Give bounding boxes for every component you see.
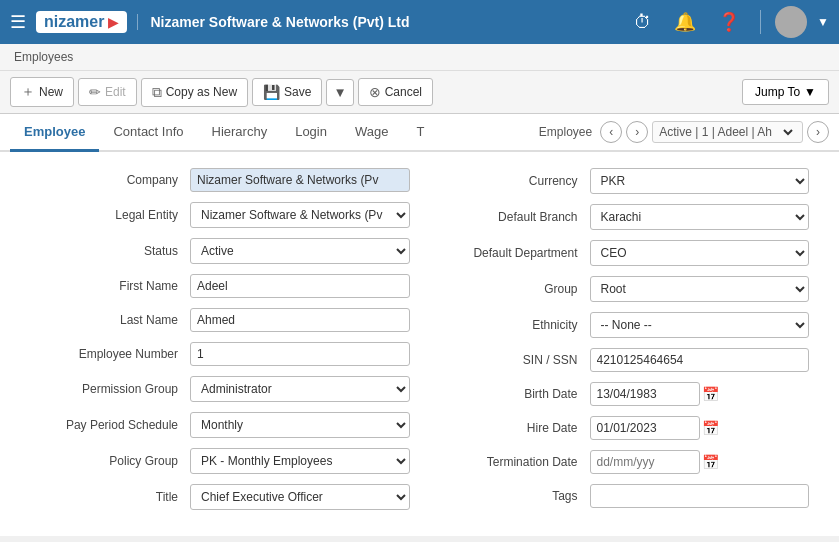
- first-name-input[interactable]: [190, 274, 410, 298]
- company-input[interactable]: [190, 168, 410, 192]
- group-row: Group Root Branch: [430, 276, 810, 302]
- hamburger-icon[interactable]: ☰: [10, 11, 26, 33]
- first-name-row: First Name: [30, 274, 410, 298]
- employee-number-row: Employee Number: [30, 342, 410, 366]
- cancel-icon: ⊗: [369, 84, 381, 100]
- prev-employee-button[interactable]: ‹: [600, 121, 622, 143]
- tags-row: Tags: [430, 484, 810, 508]
- default-dept-select[interactable]: CEO Finance IT: [590, 240, 810, 266]
- employee-number-input[interactable]: [190, 342, 410, 366]
- first-name-label: First Name: [30, 279, 190, 293]
- default-branch-row: Default Branch Karachi Lahore Islamabad: [430, 204, 810, 230]
- group-select[interactable]: Root Branch: [590, 276, 810, 302]
- employee-status-badge: Active | 1 | Adeel | Ah: [652, 121, 803, 143]
- cancel-label: Cancel: [385, 85, 422, 99]
- status-row: Status Active Inactive: [30, 238, 410, 264]
- cancel-button[interactable]: ⊗ Cancel: [358, 78, 433, 106]
- form-grid: Company Legal Entity Nizamer Software & …: [20, 168, 819, 520]
- pay-period-select[interactable]: Monthly Weekly Bi-Weekly: [190, 412, 410, 438]
- tab-wage[interactable]: Wage: [341, 114, 402, 152]
- company-row: Company: [30, 168, 410, 192]
- legal-entity-select[interactable]: Nizamer Software & Networks (Pv: [190, 202, 410, 228]
- next-employee-button[interactable]: ›: [626, 121, 648, 143]
- status-select[interactable]: Active Inactive: [190, 238, 410, 264]
- toolbar: ＋ New ✏ Edit ⧉ Copy as New 💾 Save ▼ ⊗ Ca…: [0, 71, 839, 114]
- birth-date-calendar-icon[interactable]: 📅: [702, 386, 719, 402]
- employee-status-text: Active | 1 | Adeel | Ah: [659, 125, 772, 139]
- save-button[interactable]: 💾 Save: [252, 78, 322, 106]
- edit-button[interactable]: ✏ Edit: [78, 78, 137, 106]
- tab-contact-info[interactable]: Contact Info: [99, 114, 197, 152]
- title-label: Title: [30, 490, 190, 504]
- title-select[interactable]: Chief Executive Officer Manager Director: [190, 484, 410, 510]
- legal-entity-label: Legal Entity: [30, 208, 190, 222]
- tab-login[interactable]: Login: [281, 114, 341, 152]
- help-icon[interactable]: ❓: [712, 11, 746, 33]
- default-dept-row: Default Department CEO Finance IT: [430, 240, 810, 266]
- status-label: Status: [30, 244, 190, 258]
- tab-t[interactable]: T: [402, 114, 438, 152]
- timer-icon[interactable]: ⏱: [628, 12, 658, 33]
- group-label: Group: [430, 282, 590, 296]
- avatar[interactable]: [775, 6, 807, 38]
- logo-arrow: ▶: [108, 14, 119, 30]
- copy-label: Copy as New: [166, 85, 237, 99]
- new-button[interactable]: ＋ New: [10, 77, 74, 107]
- ethnicity-label: Ethnicity: [430, 318, 590, 332]
- breadcrumb: Employees: [0, 44, 839, 71]
- default-dept-label: Default Department: [430, 246, 590, 260]
- copy-button[interactable]: ⧉ Copy as New: [141, 78, 248, 107]
- employee-status-select[interactable]: [776, 124, 796, 140]
- birth-date-wrapper: 📅: [590, 382, 719, 406]
- form-right-col: Currency PKR USD EUR Default Branch Kara…: [420, 168, 820, 520]
- save-dropdown-button[interactable]: ▼: [326, 79, 353, 106]
- copy-icon: ⧉: [152, 84, 162, 101]
- tags-input[interactable]: [590, 484, 810, 508]
- breadcrumb-text: Employees: [14, 50, 73, 64]
- termination-date-wrapper: 📅: [590, 450, 719, 474]
- avatar-dropdown-icon[interactable]: ▼: [817, 15, 829, 29]
- birth-date-input[interactable]: [590, 382, 700, 406]
- tab-hierarchy[interactable]: Hierarchy: [198, 114, 282, 152]
- bell-icon[interactable]: 🔔: [668, 11, 702, 33]
- ethnicity-row: Ethnicity -- None --: [430, 312, 810, 338]
- top-nav: ☰ nizamer ▶ Nizamer Software & Networks …: [0, 0, 839, 44]
- currency-select[interactable]: PKR USD EUR: [590, 168, 810, 194]
- employee-nav-label: Employee: [539, 125, 592, 139]
- policy-group-row: Policy Group PK - Monthly Employees: [30, 448, 410, 474]
- tags-label: Tags: [430, 489, 590, 503]
- logo: nizamer ▶: [36, 11, 127, 33]
- ethnicity-select[interactable]: -- None --: [590, 312, 810, 338]
- default-branch-label: Default Branch: [430, 210, 590, 224]
- edit-label: Edit: [105, 85, 126, 99]
- hire-date-input[interactable]: [590, 416, 700, 440]
- policy-group-select[interactable]: PK - Monthly Employees: [190, 448, 410, 474]
- legal-entity-row: Legal Entity Nizamer Software & Networks…: [30, 202, 410, 228]
- company-label: Company: [30, 173, 190, 187]
- sin-ssn-input[interactable]: [590, 348, 810, 372]
- jump-to-label: Jump To: [755, 85, 800, 99]
- form-left-col: Company Legal Entity Nizamer Software & …: [20, 168, 420, 520]
- last-name-input[interactable]: [190, 308, 410, 332]
- default-branch-select[interactable]: Karachi Lahore Islamabad: [590, 204, 810, 230]
- last-name-label: Last Name: [30, 313, 190, 327]
- termination-date-calendar-icon[interactable]: 📅: [702, 454, 719, 470]
- pay-period-label: Pay Period Schedule: [30, 418, 190, 432]
- permission-group-select[interactable]: Administrator Standard: [190, 376, 410, 402]
- title-row: Title Chief Executive Officer Manager Di…: [30, 484, 410, 510]
- termination-date-input[interactable]: [590, 450, 700, 474]
- termination-date-row: Termination Date 📅: [430, 450, 810, 474]
- tab-employee[interactable]: Employee: [10, 114, 99, 152]
- sin-ssn-label: SIN / SSN: [430, 353, 590, 367]
- hire-date-calendar-icon[interactable]: 📅: [702, 420, 719, 436]
- jump-to-button[interactable]: Jump To ▼: [742, 79, 829, 105]
- pay-period-row: Pay Period Schedule Monthly Weekly Bi-We…: [30, 412, 410, 438]
- save-label: Save: [284, 85, 311, 99]
- nav-divider: [760, 10, 761, 34]
- employee-number-label: Employee Number: [30, 347, 190, 361]
- edit-icon: ✏: [89, 84, 101, 100]
- new-label: New: [39, 85, 63, 99]
- employee-nav-next-button[interactable]: ›: [807, 121, 829, 143]
- currency-label: Currency: [430, 174, 590, 188]
- last-name-row: Last Name: [30, 308, 410, 332]
